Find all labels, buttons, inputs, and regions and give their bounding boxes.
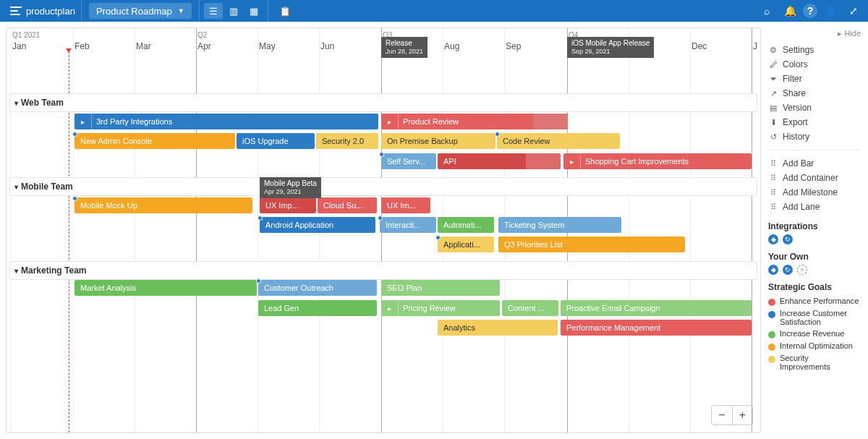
timeline-bar[interactable]: Lead Gen — [258, 300, 377, 316]
drag-handle-icon: ⠿ — [768, 159, 778, 169]
timeline-bar[interactable]: Market Analysis — [75, 280, 257, 296]
timeline[interactable]: − + JanFebMarAprMayJunAugSepDecJQ1 2021Q… — [6, 27, 761, 433]
view-switch: ☰ ▥ ▦ — [199, 0, 268, 22]
panel-item-version[interactable]: ▤Version — [768, 101, 861, 115]
panel-item-settings[interactable]: ⚙Settings — [768, 43, 861, 57]
drag-handle-icon: ⠿ — [768, 203, 778, 212]
milestone-tag[interactable]: ReleaseJun 28, 2021 — [381, 37, 427, 58]
timeline-bar[interactable]: New Admin Console — [75, 133, 235, 149]
bell-icon[interactable]: 🔔 — [780, 3, 800, 19]
timeline-bar[interactable]: SEO Plan — [381, 280, 500, 296]
logo-icon — [10, 7, 22, 15]
panel-item-add-container[interactable]: ⠿Add Container — [768, 171, 861, 185]
colors-icon: 🖉 — [768, 60, 778, 69]
bar-label: Applicati... — [443, 240, 480, 249]
goal-dot-icon — [768, 344, 775, 351]
yourown-icon[interactable]: ↻ — [783, 265, 793, 275]
lane-header[interactable]: ▾Web Team — [9, 93, 757, 112]
clipboard-button[interactable]: 📋 — [276, 3, 294, 19]
help-icon[interactable]: ? — [803, 4, 817, 18]
goals-heading: Strategic Goals — [768, 282, 861, 292]
panel-item-share[interactable]: ↗Share — [768, 86, 861, 101]
bar-label: Content ... — [508, 304, 545, 312]
strategic-goal[interactable]: Security Improvements — [768, 352, 861, 372]
bar-label: iOS Upgrade — [242, 137, 289, 145]
view-timeline-button[interactable]: ☰ — [204, 3, 223, 19]
bar-label: Ticketing System — [504, 221, 564, 229]
timeline-bar[interactable]: iOS Upgrade — [237, 133, 315, 149]
view-columns-button[interactable]: ▥ — [224, 3, 243, 19]
timeline-bar[interactable]: UX Im... — [381, 197, 430, 213]
lane-header[interactable]: ▾Marketing Team — [9, 261, 757, 280]
share-icon: ↗ — [768, 89, 778, 98]
integration-icon[interactable]: ◆ — [768, 234, 778, 244]
strategic-goal[interactable]: Enhance Performance — [768, 295, 861, 307]
timeline-bar[interactable]: Performance Management — [561, 320, 752, 336]
view-table-button[interactable]: ▦ — [244, 3, 263, 19]
timeline-bar[interactable]: Mobile Mock Up — [75, 197, 252, 213]
goal-dot-icon — [768, 311, 775, 318]
timeline-bar[interactable]: API — [438, 153, 561, 169]
bar-label: Automati... — [443, 221, 482, 229]
timeline-bar[interactable]: ▸Product Review — [381, 114, 568, 129]
user-icon[interactable]: 👤 — [820, 3, 841, 19]
timeline-bar[interactable]: Interacti... — [380, 217, 436, 233]
timeline-bar[interactable]: Q3 Priorities List — [498, 236, 685, 252]
bar-label: 3rd Party Integrations — [96, 117, 172, 126]
milestone-tag[interactable]: iOS Mobile App ReleaseSep 26, 2021 — [567, 37, 654, 58]
timeline-bar[interactable]: Proactive Email Campaign — [561, 300, 752, 316]
integration-icon[interactable]: ↻ — [783, 234, 793, 244]
hide-panel-button[interactable]: ▸ Hide — [768, 29, 861, 38]
chevron-right-icon: ▸ — [381, 114, 399, 129]
search-icon[interactable]: ⌕ — [757, 3, 777, 19]
chevron-right-icon: ▸ — [75, 114, 92, 129]
quarter-label: Q2 — [197, 31, 207, 39]
panel-item-add-milestone[interactable]: ⠿Add Milestone — [768, 185, 861, 200]
timeline-bar[interactable]: Android Application — [260, 217, 375, 233]
strategic-goal[interactable]: Increase Customer Satisfaction — [768, 307, 861, 328]
bar-label: Cloud Su... — [323, 201, 362, 210]
side-panel: ▸ Hide ⚙Settings🖉Colors⏷Filter↗Share▤Ver… — [761, 22, 868, 439]
bar-label: UX Imp... — [265, 201, 299, 210]
add-yourown-button[interactable]: + — [797, 265, 807, 275]
zoom-in-button[interactable]: + — [732, 406, 752, 425]
panel-item-colors[interactable]: 🖉Colors — [768, 57, 861, 72]
timeline-bar[interactable]: Security 2.0 — [316, 133, 378, 149]
timeline-bar[interactable]: Customer Outreach — [258, 280, 377, 296]
timeline-bar[interactable]: Analytics — [438, 320, 558, 336]
zoom-out-button[interactable]: − — [712, 406, 732, 425]
timeline-bar[interactable]: Ticketing System — [498, 217, 621, 233]
brand-logo[interactable]: productplan — [4, 0, 82, 22]
month-label: Dec — [692, 41, 707, 51]
expand-icon[interactable]: ⤢ — [843, 3, 864, 19]
milestone-tag[interactable]: Mobile App BetaApr 29, 2021 — [260, 177, 321, 198]
timeline-bar[interactable]: Code Review — [497, 133, 620, 149]
drag-handle-icon: ⠿ — [768, 174, 778, 183]
panel-item-export[interactable]: ⬇Export — [768, 115, 861, 129]
timeline-bar[interactable]: On Premise Backup — [381, 133, 495, 149]
panel-item-add-bar[interactable]: ⠿Add Bar — [768, 156, 861, 171]
bar-label: API — [443, 157, 456, 166]
timeline-bar[interactable]: Applicati... — [438, 236, 494, 252]
month-label: Jun — [320, 41, 334, 51]
timeline-bar[interactable]: UX Imp... — [260, 197, 316, 213]
bar-label: SEO Plan — [387, 284, 422, 292]
timeline-bar[interactable]: ▸3rd Party Integrations — [75, 114, 378, 129]
bar-label: Proactive Email Campaign — [566, 304, 660, 312]
panel-item-history[interactable]: ↺History — [768, 129, 861, 144]
timeline-bar[interactable]: ▸Shopping Cart Improvements — [563, 153, 752, 169]
timeline-bar[interactable]: ▸Pricing Review — [381, 300, 500, 316]
timeline-bar[interactable]: Automati... — [438, 217, 494, 233]
timeline-bar[interactable]: Cloud Su... — [318, 197, 377, 213]
lane-header[interactable]: ▾Mobile Team — [9, 177, 757, 196]
panel-item-filter[interactable]: ⏷Filter — [768, 72, 861, 86]
strategic-goal[interactable]: Internal Optimization — [768, 340, 861, 352]
strategic-goal[interactable]: Increase Revenue — [768, 328, 861, 340]
roadmap-selector[interactable]: Product Roadmap ▼ — [89, 3, 192, 19]
bar-label: Performance Management — [566, 323, 660, 332]
panel-item-add-lane[interactable]: ⠿Add Lane — [768, 200, 861, 214]
yourown-icon[interactable]: ◆ — [768, 265, 778, 275]
timeline-bar[interactable]: Content ... — [502, 300, 558, 316]
timeline-bar[interactable]: Self Serv... — [381, 153, 436, 169]
bar-label: Analytics — [443, 323, 475, 332]
